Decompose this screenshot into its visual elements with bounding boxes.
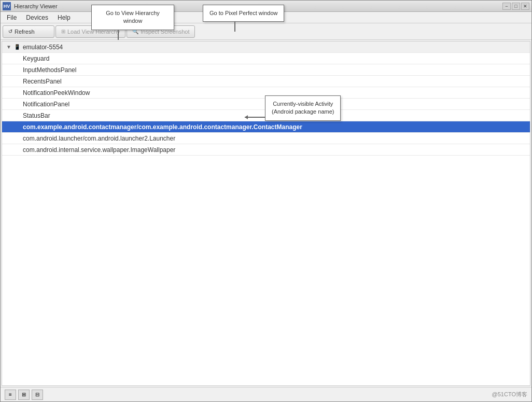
minimize-button[interactable]: − (502, 3, 511, 10)
app-icon: HV (3, 2, 11, 10)
device-icon: 📱 (13, 44, 21, 51)
close-button[interactable]: ✕ (521, 3, 529, 10)
tooltip-activity: Currently-visible Activity (Android pack… (265, 95, 341, 121)
main-window: HV Hierarchy Viewer − □ ✕ File Devices H… (0, 0, 532, 402)
content-area: ▼ 📱 emulator-5554 Keyguard InputMethodsP… (2, 41, 530, 386)
window-controls: − □ ✕ (502, 3, 529, 10)
menu-devices[interactable]: Devices (22, 13, 52, 22)
status-icon-list[interactable]: ≡ (5, 390, 16, 400)
load-view-icon: ⊞ (61, 29, 65, 34)
status-icon-grid2[interactable]: ⊞ (18, 390, 30, 400)
selected-list-item[interactable]: com.example.android.contactmanager/com.e… (2, 121, 530, 133)
toolbar: ↺ Refresh ⊞ Load View Hierarchy 🔍 Inspec… (1, 23, 531, 40)
list-item[interactable]: Keyguard (2, 53, 530, 64)
list-item[interactable]: RecentsPanel (2, 76, 530, 87)
refresh-button[interactable]: ↺ Refresh (3, 25, 54, 38)
menu-help[interactable]: Help (53, 13, 75, 22)
list-item[interactable]: com.android.internal.service.wallpaper.I… (2, 144, 530, 156)
title-bar-left: HV Hierarchy Viewer (3, 2, 58, 10)
list-item[interactable]: InputMethodsPanel (2, 64, 530, 76)
restore-button[interactable]: □ (512, 3, 520, 10)
expand-icon: ▼ (6, 44, 11, 50)
window-title: Hierarchy Viewer (14, 3, 58, 9)
status-icon-grid3[interactable]: ⊟ (32, 390, 43, 400)
menu-file[interactable]: File (3, 13, 21, 22)
list-item[interactable]: com.android.launcher/com.android.launche… (2, 133, 530, 144)
tooltip1-arrow (118, 30, 119, 40)
tree-root-item[interactable]: ▼ 📱 emulator-5554 (2, 41, 530, 53)
tooltip-pixel-perfect: Go to Pixel Perfect window (203, 5, 284, 22)
status-icons: ≡ ⊞ ⊟ (5, 390, 43, 400)
watermark: @51CTO博客 (492, 391, 527, 398)
refresh-icon: ↺ (8, 29, 12, 34)
status-bar: ≡ ⊞ ⊟ @51CTO博客 (1, 387, 531, 401)
tooltip-view-hierarchy: Go to View Hierarchy window (91, 5, 174, 30)
tooltip3-arrow (245, 117, 265, 118)
tooltip2-arrow (234, 21, 235, 32)
